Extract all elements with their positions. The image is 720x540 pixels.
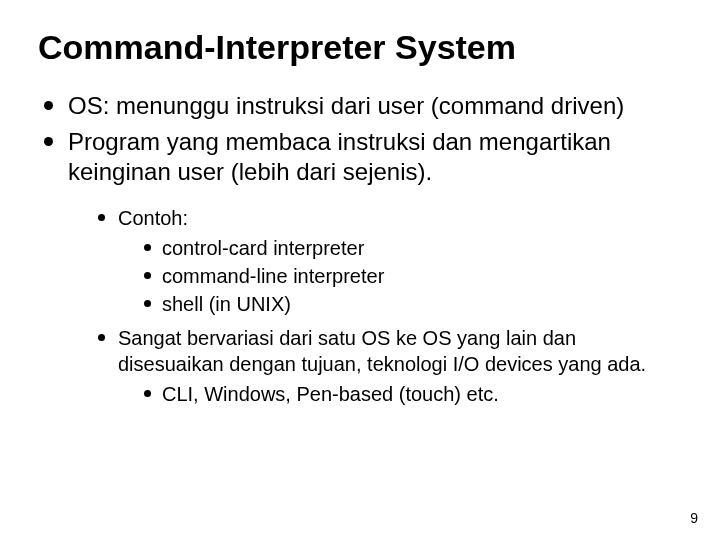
list-item: CLI, Windows, Pen-based (touch) etc.: [140, 381, 682, 407]
bullet-list-level-4: CLI, Windows, Pen-based (touch) etc.: [118, 381, 682, 407]
bullet-list-level-3: control-card interpreter command-line in…: [118, 235, 682, 317]
list-item: OS: menunggu instruksi dari user (comman…: [38, 91, 682, 121]
page-number: 9: [690, 510, 698, 526]
list-item-text: Program yang membaca instruksi dan menga…: [68, 128, 611, 185]
bullet-list-level-1: OS: menunggu instruksi dari user (comman…: [38, 91, 682, 407]
slide-title: Command-Interpreter System: [38, 28, 682, 67]
list-item: shell (in UNIX): [140, 291, 682, 317]
list-item: Sangat bervariasi dari satu OS ke OS yan…: [92, 325, 682, 407]
list-item: Contoh: control-card interpreter command…: [92, 205, 682, 317]
slide: Command-Interpreter System OS: menunggu …: [0, 0, 720, 540]
list-item: Program yang membaca instruksi dan menga…: [38, 127, 682, 407]
bullet-list-level-2: Contoh: control-card interpreter command…: [68, 205, 682, 407]
list-item-text: Contoh:: [118, 207, 188, 229]
list-item: command-line interpreter: [140, 263, 682, 289]
list-item-text: Sangat bervariasi dari satu OS ke OS yan…: [118, 327, 646, 375]
list-item: control-card interpreter: [140, 235, 682, 261]
